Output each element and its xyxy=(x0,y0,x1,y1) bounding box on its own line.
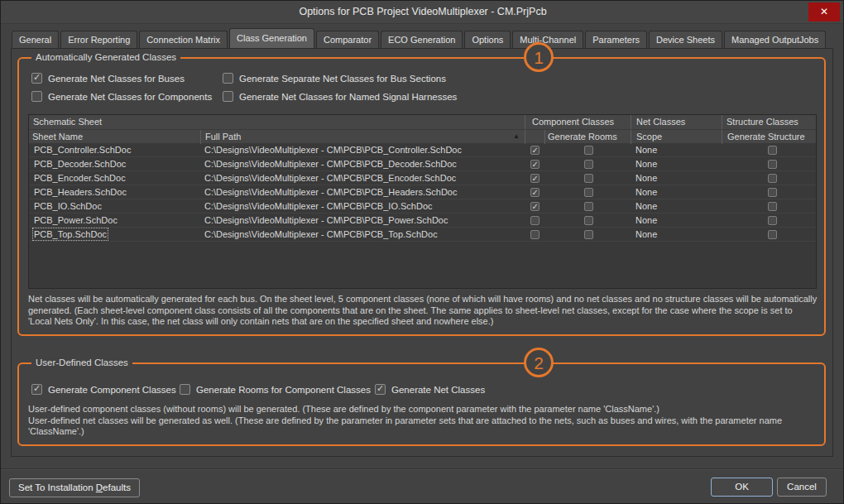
component-class-cell[interactable] xyxy=(525,228,544,241)
generate-structure-cell[interactable] xyxy=(722,185,818,199)
checkbox[interactable] xyxy=(31,91,42,102)
checkbox[interactable] xyxy=(223,73,233,84)
generate-structure-cell[interactable] xyxy=(722,228,818,241)
checkbox-item[interactable]: Generate Net Classes for Named Signal Ha… xyxy=(223,91,457,102)
tab[interactable]: Managed OutputJobs xyxy=(724,31,826,48)
checkbox-item[interactable]: Generate Component Classes xyxy=(31,384,180,395)
generate-rooms-cell[interactable] xyxy=(544,228,631,241)
generate-rooms-checkbox[interactable] xyxy=(584,230,593,239)
tab[interactable]: Error Reporting xyxy=(60,31,137,48)
generate-rooms-checkbox[interactable] xyxy=(584,202,593,211)
full-path-cell[interactable]: C:\Designs\VideoMultiplexer - CM\PCB\PCB… xyxy=(200,143,525,156)
generate-structure-checkbox[interactable] xyxy=(768,188,777,197)
checkbox-item[interactable]: Generate Net Classes for Buses xyxy=(31,73,223,84)
checkbox-item[interactable]: Generate Separate Net Classes for Bus Se… xyxy=(223,73,457,84)
tab[interactable]: General xyxy=(12,31,59,48)
table-row[interactable]: PCB_Headers.SchDoc C:\Designs\VideoMulti… xyxy=(29,185,816,199)
checkbox[interactable] xyxy=(223,91,233,102)
component-class-checkbox[interactable] xyxy=(530,202,539,211)
full-path-cell[interactable]: C:\Designs\VideoMultiplexer - CM\PCB\PCB… xyxy=(200,185,525,199)
scope-column-header[interactable]: Scope xyxy=(631,130,722,144)
scope-cell[interactable]: None xyxy=(631,157,722,170)
component-class-cell[interactable] xyxy=(525,171,544,185)
generate-structure-checkbox[interactable] xyxy=(768,230,777,239)
generate-structure-checkbox[interactable] xyxy=(768,174,777,183)
tab[interactable]: Device Sheets xyxy=(649,31,722,48)
set-to-installation-defaults-button[interactable]: Set To Installation Defaults xyxy=(9,478,140,497)
checkbox[interactable] xyxy=(375,384,386,395)
component-class-checkbox[interactable] xyxy=(530,188,539,197)
generate-structure-cell[interactable] xyxy=(722,171,818,185)
checkbox-item[interactable]: Generate Rooms for Component Classes xyxy=(180,384,375,395)
table-row[interactable]: PCB_Encoder.SchDoc C:\Designs\VideoMulti… xyxy=(29,171,816,185)
component-class-checkbox[interactable] xyxy=(530,160,539,169)
component-class-cell[interactable] xyxy=(525,214,544,227)
full-path-cell[interactable]: C:\Designs\VideoMultiplexer - CM\PCB\PCB… xyxy=(200,214,525,227)
generate-structure-cell[interactable] xyxy=(722,157,818,170)
generate-rooms-checkbox[interactable] xyxy=(584,216,593,225)
generate-rooms-cell[interactable] xyxy=(544,143,631,156)
generate-rooms-cell[interactable] xyxy=(544,214,631,227)
generate-rooms-cell[interactable] xyxy=(544,171,631,185)
generate-rooms-cell[interactable] xyxy=(544,157,631,170)
tab[interactable]: Options xyxy=(464,31,511,48)
sheet-name-cell[interactable]: PCB_Headers.SchDoc xyxy=(29,185,200,199)
generate-rooms-column-header[interactable]: Generate Rooms xyxy=(544,130,631,144)
component-class-cell[interactable] xyxy=(525,199,544,213)
full-path-cell[interactable]: C:\Designs\VideoMultiplexer - CM\PCB\PCB… xyxy=(200,157,525,170)
scope-cell[interactable]: None xyxy=(631,171,722,185)
generate-structure-checkbox[interactable] xyxy=(768,146,777,155)
tab[interactable]: Parameters xyxy=(585,31,647,48)
component-class-checkbox[interactable] xyxy=(530,230,539,239)
tab[interactable]: Class Generation xyxy=(229,28,314,48)
sheet-name-cell[interactable]: PCB_Encoder.SchDoc xyxy=(29,171,200,185)
sheet-name-column-header[interactable]: Sheet Name xyxy=(29,130,200,144)
checkbox[interactable] xyxy=(180,384,190,395)
scope-cell[interactable]: None xyxy=(631,199,722,213)
sheet-name-cell[interactable]: PCB_Top.SchDoc xyxy=(29,228,200,241)
table-row[interactable]: PCB_Decoder.SchDoc C:\Designs\VideoMulti… xyxy=(29,157,816,171)
generate-structure-cell[interactable] xyxy=(722,214,818,227)
table-row[interactable]: PCB_Power.SchDoc C:\Designs\VideoMultipl… xyxy=(29,214,816,228)
component-class-checkbox[interactable] xyxy=(530,174,539,183)
generate-rooms-cell[interactable] xyxy=(544,185,631,199)
ok-button[interactable]: OK xyxy=(711,478,773,497)
component-class-cell[interactable] xyxy=(525,143,544,156)
sheet-name-cell[interactable]: PCB_Power.SchDoc xyxy=(29,214,200,227)
sheet-name-cell[interactable]: PCB_Decoder.SchDoc xyxy=(29,157,200,170)
scope-cell[interactable]: None xyxy=(631,185,722,199)
sheet-name-cell[interactable]: PCB_IO.SchDoc xyxy=(29,199,200,213)
checkbox[interactable] xyxy=(31,73,42,84)
scope-cell[interactable]: None xyxy=(631,228,722,241)
tab[interactable]: Comparator xyxy=(316,31,379,48)
checkbox-item[interactable]: Generate Net Classes for Components xyxy=(31,91,223,102)
tab[interactable]: ECO Generation xyxy=(381,31,463,48)
scope-cell[interactable]: None xyxy=(631,143,722,156)
component-class-cell[interactable] xyxy=(525,185,544,199)
generate-structure-checkbox[interactable] xyxy=(768,216,777,225)
generate-structure-cell[interactable] xyxy=(722,199,818,213)
table-row[interactable]: PCB_Controller.SchDoc C:\Designs\VideoMu… xyxy=(29,143,816,157)
sheet-name-cell[interactable]: PCB_Controller.SchDoc xyxy=(29,143,200,156)
full-path-cell[interactable]: C:\Designs\VideoMultiplexer - CM\PCB\PCB… xyxy=(200,199,525,213)
full-path-column-header[interactable]: Full Path ▲ xyxy=(200,130,525,144)
generate-rooms-checkbox[interactable] xyxy=(584,146,593,155)
generate-structure-checkbox[interactable] xyxy=(768,202,777,211)
checkbox-item[interactable]: Generate Net Classes xyxy=(375,384,485,395)
generate-structure-checkbox[interactable] xyxy=(768,160,777,169)
generate-rooms-checkbox[interactable] xyxy=(584,160,593,169)
full-path-cell[interactable]: C:\Designs\VideoMultiplexer - CM\PCB\PCB… xyxy=(200,228,525,241)
table-row[interactable]: PCB_IO.SchDoc C:\Designs\VideoMultiplexe… xyxy=(29,199,816,214)
generate-rooms-checkbox[interactable] xyxy=(584,188,593,197)
generate-structure-cell[interactable] xyxy=(722,143,818,156)
scope-cell[interactable]: None xyxy=(631,214,722,227)
component-class-cell[interactable] xyxy=(525,157,544,170)
component-class-checkbox[interactable] xyxy=(530,146,539,155)
cancel-button[interactable]: Cancel xyxy=(777,478,827,497)
generate-structure-column-header[interactable]: Generate Structure xyxy=(722,130,818,144)
close-button[interactable]: ✕ xyxy=(808,2,840,22)
checkbox[interactable] xyxy=(31,384,42,395)
table-row[interactable]: PCB_Top.SchDoc C:\Designs\VideoMultiplex… xyxy=(29,228,816,242)
generate-rooms-cell[interactable] xyxy=(544,199,631,213)
full-path-cell[interactable]: C:\Designs\VideoMultiplexer - CM\PCB\PCB… xyxy=(200,171,525,185)
